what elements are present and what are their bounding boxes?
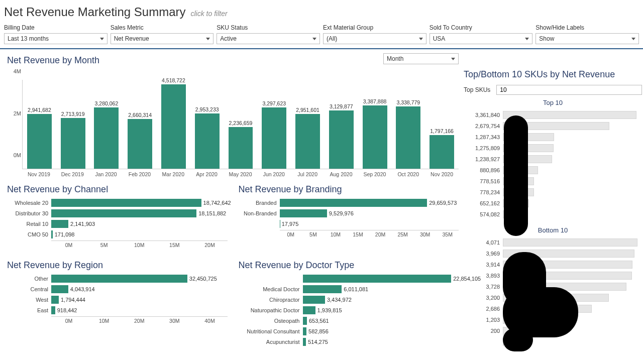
bar-category-label: 1,203 bbox=[467, 317, 503, 323]
filter-label-sold-to-country: Sold To Country bbox=[430, 24, 533, 31]
bar-row[interactable]: 3,361,840 bbox=[467, 109, 642, 120]
top-skus-input[interactable] bbox=[496, 85, 642, 95]
bar-row[interactable]: 778,516 bbox=[467, 176, 642, 186]
bar-row[interactable]: Medical Doctor6,011,081 bbox=[239, 284, 459, 294]
bar-row[interactable]: Distributor 3018,151,882 bbox=[7, 208, 228, 218]
bar-row[interactable]: CMO 50171,098 bbox=[7, 229, 228, 239]
bar bbox=[303, 327, 307, 335]
chart-by-month[interactable]: 4M 2M 0M 2,941,6822,713,9193,280,0622,66… bbox=[4, 69, 459, 169]
bar-column[interactable]: 3,280,062 bbox=[91, 100, 123, 169]
bar-column[interactable]: 2,660,314 bbox=[124, 112, 156, 169]
bar-column[interactable]: 4,518,722 bbox=[158, 77, 189, 169]
bar-row[interactable]: Branded29,659,573 bbox=[239, 198, 459, 208]
bar-row[interactable]: Other32,450,725 bbox=[7, 274, 228, 284]
bar-row[interactable]: 4,071 bbox=[467, 237, 642, 248]
bar-row[interactable]: Nutritional Consultant582,856 bbox=[239, 326, 459, 336]
x-tick-label: 15M bbox=[347, 230, 369, 237]
bar-column[interactable]: 2,713,919 bbox=[57, 111, 89, 169]
bar-row[interactable]: Acupuncturist514,275 bbox=[239, 337, 459, 347]
bar-row[interactable]: 778,234 bbox=[467, 187, 642, 197]
bar-value-label: 3,338,779 bbox=[396, 99, 420, 105]
bar-row[interactable]: 3,893 bbox=[467, 270, 642, 281]
bar-column[interactable]: 3,297,623 bbox=[258, 100, 290, 169]
bar-column[interactable]: 3,387,888 bbox=[359, 98, 391, 169]
bar-column[interactable]: 2,236,659 bbox=[225, 120, 257, 169]
bar-row[interactable]: 1,238,927 bbox=[467, 154, 642, 164]
chart-by-channel[interactable]: Wholesale 2018,742,642Distributor 3018,1… bbox=[4, 198, 228, 248]
chart-sku-top10[interactable]: 3,361,8402,679,7541,287,3431,275,8091,23… bbox=[464, 109, 642, 219]
x-tick-label: Jul 2020 bbox=[291, 169, 325, 177]
bar-value-label: 582,856 bbox=[306, 327, 329, 335]
bar bbox=[51, 285, 68, 293]
bar-row[interactable]: Naturopathic Doctor1,939,815 bbox=[239, 305, 459, 315]
bar-value-label: 29,659,573 bbox=[427, 199, 457, 207]
granularity-dropdown[interactable]: Month bbox=[383, 53, 459, 64]
bar-value-label: 653,561 bbox=[307, 317, 329, 325]
bar bbox=[303, 338, 306, 346]
bar-row[interactable]: Osteopath653,561 bbox=[239, 316, 459, 326]
bar-row[interactable]: Wholesale 2018,742,642 bbox=[7, 198, 228, 208]
bar-row[interactable]: Non-Branded9,529,976 bbox=[239, 208, 459, 218]
filter-show-hide-labels[interactable]: Show bbox=[535, 33, 639, 44]
filter-sku-status[interactable]: Active bbox=[217, 33, 320, 44]
bar-row[interactable]: 880,896 bbox=[467, 165, 642, 175]
bar-row[interactable]: Retail 102,141,903 bbox=[7, 219, 228, 229]
bar-value-label: 2,660,314 bbox=[128, 112, 152, 118]
bar bbox=[396, 106, 420, 169]
chart-by-branding[interactable]: Branded29,659,573Non-Branded9,529,97617,… bbox=[236, 198, 459, 237]
bar bbox=[295, 114, 320, 169]
bar-row[interactable]: 22,854,105 bbox=[239, 274, 459, 284]
bar-row[interactable]: East918,442 bbox=[7, 305, 228, 315]
y-axis: 4M 2M 0M bbox=[4, 69, 21, 158]
filter-billing-date[interactable]: Last 13 months bbox=[4, 33, 108, 44]
page-subtitle: click to filter bbox=[190, 10, 227, 18]
filter-value: Net Revenue bbox=[114, 35, 149, 42]
filter-label-sku-status: SKU Status bbox=[217, 24, 320, 31]
filter-ext-material-group[interactable]: (All) bbox=[323, 33, 426, 44]
chart-title-top-bottom-skus: Top/Bottom 10 SKUs by Net Revenue bbox=[464, 69, 642, 80]
chart-by-region[interactable]: Other32,450,725Central4,043,914West1,794… bbox=[4, 274, 228, 324]
y-tick: 4M bbox=[4, 69, 21, 74]
bar-row[interactable]: 1,287,343 bbox=[467, 132, 642, 142]
filter-sales-metric[interactable]: Net Revenue bbox=[111, 33, 214, 44]
bar-column[interactable]: 3,338,779 bbox=[392, 99, 424, 169]
bar-column[interactable]: 2,951,601 bbox=[292, 107, 324, 169]
bar-row[interactable]: 2,679,754 bbox=[467, 120, 642, 131]
bar-column[interactable]: 1,797,166 bbox=[426, 128, 458, 169]
x-tick-label: 20M bbox=[122, 317, 157, 324]
bar-category-label: Other bbox=[7, 276, 51, 282]
bar-category-label: West bbox=[7, 297, 51, 303]
x-axis: 0M10M20M30M40M bbox=[51, 316, 228, 324]
filter-sold-to-country[interactable]: USA bbox=[430, 33, 533, 44]
x-tick-label: Sep 2020 bbox=[358, 169, 391, 177]
bar-row[interactable]: 1,275,809 bbox=[467, 143, 642, 153]
bar-row[interactable]: 3,969 bbox=[467, 248, 642, 259]
bar-track: 17,975 bbox=[280, 220, 459, 228]
x-tick-label: Jun 2020 bbox=[257, 169, 291, 177]
bar-row[interactable]: 17,975 bbox=[239, 219, 459, 229]
bar bbox=[51, 296, 59, 304]
bar-category-label: 778,234 bbox=[467, 189, 503, 195]
filter-value: Active bbox=[220, 35, 237, 42]
chart-by-doctor[interactable]: 22,854,105Medical Doctor6,011,081Chiropr… bbox=[236, 274, 459, 347]
x-tick-label: 15M bbox=[157, 241, 192, 248]
bar-row[interactable]: 652,162 bbox=[467, 198, 642, 208]
bar-column[interactable]: 3,129,877 bbox=[326, 103, 357, 169]
bar-column[interactable]: 2,953,233 bbox=[191, 106, 223, 169]
bar-row[interactable]: 574,082 bbox=[467, 209, 642, 219]
bar-column[interactable]: 2,941,682 bbox=[24, 107, 55, 169]
chart-title-by-doctor: Net Revenue by Doctor Type bbox=[239, 260, 459, 271]
section-label-bottom10: Bottom 10 bbox=[464, 226, 642, 234]
bar-row[interactable]: 3,914 bbox=[467, 259, 642, 270]
bar-category-label: 3,200 bbox=[467, 295, 503, 301]
bar-track: 1,794,444 bbox=[51, 296, 228, 304]
bar-track: 582,856 bbox=[303, 327, 459, 335]
bar-row[interactable]: West1,794,444 bbox=[7, 295, 228, 305]
bar-category-label: Central bbox=[7, 286, 51, 292]
bar-row[interactable] bbox=[467, 336, 642, 347]
bar-value-label: 3,434,972 bbox=[325, 296, 352, 304]
bar-value-label: 18,151,882 bbox=[196, 209, 226, 217]
bar-value-label: 2,951,601 bbox=[296, 107, 319, 113]
bar-row[interactable]: Chiropractor3,434,972 bbox=[239, 295, 459, 305]
bar-row[interactable]: Central4,043,914 bbox=[7, 284, 228, 294]
